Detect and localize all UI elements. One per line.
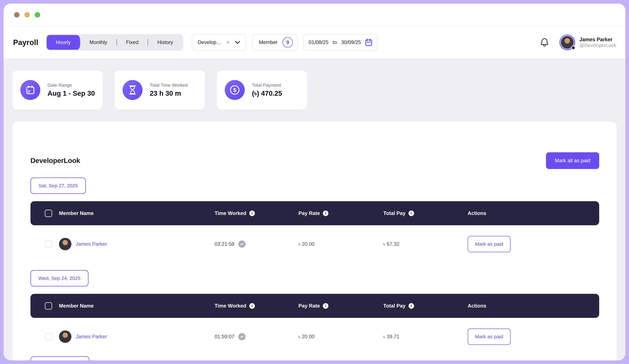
- date-chip-partial[interactable]: [30, 356, 89, 361]
- info-icon[interactable]: i: [249, 211, 255, 216]
- select-all-checkbox[interactable]: [45, 302, 52, 309]
- table-header: Member Name Time Worked i Pay Rate i Tot…: [30, 201, 599, 225]
- date-chip[interactable]: Sat, Sep 27, 2025: [30, 178, 86, 194]
- date-range-start: 01/08/25: [309, 39, 328, 45]
- total-pay-value: ৳ 39.71: [383, 334, 468, 340]
- notifications-bell-icon[interactable]: [540, 38, 549, 47]
- time-worked-value: 01:59:07: [215, 334, 234, 340]
- workspace-title: DeveloperLook: [30, 157, 80, 165]
- column-time-worked: Time Worked i: [215, 303, 299, 309]
- table-row: James Parker 03:21:58 ৳ 20.00 ৳ 67.32 Ma…: [30, 232, 599, 256]
- info-icon[interactable]: i: [409, 303, 414, 309]
- date-range-separator: to: [333, 39, 337, 45]
- tab-monthly[interactable]: Monthly: [80, 35, 117, 50]
- column-actions: Actions: [468, 303, 599, 309]
- date-range-picker[interactable]: 01/08/25 to 30/09/25: [303, 34, 377, 51]
- pay-rate-value: ৳ 20.00: [299, 334, 383, 340]
- app-window: Payroll Hourly Monthly Fixed History Dev…: [3, 3, 626, 361]
- close-window-button[interactable]: [14, 12, 19, 17]
- user-info[interactable]: James Parker @DeveloperLook: [579, 36, 616, 48]
- member-avatar: [59, 330, 71, 343]
- calendar-icon: [20, 80, 40, 100]
- info-icon[interactable]: i: [323, 303, 328, 309]
- column-pay-rate: Pay Rate i: [299, 210, 383, 216]
- workspace-select[interactable]: Develop… ✕: [192, 34, 246, 51]
- member-avatar: [59, 238, 71, 250]
- app-header: Payroll Hourly Monthly Fixed History Dev…: [3, 26, 626, 58]
- total-pay-value: ৳ 67.32: [383, 241, 468, 247]
- column-member-name: Member Name: [59, 303, 215, 309]
- stat-label: Total Payment: [252, 83, 282, 88]
- workspace-select-value: Develop…: [198, 39, 221, 45]
- column-total-pay: Total Pay i: [383, 303, 468, 309]
- table-header: Member Name Time Worked i Pay Rate i Tot…: [30, 294, 599, 318]
- column-total-pay: Total Pay i: [383, 210, 468, 216]
- calendar-icon: [365, 39, 372, 46]
- verified-check-icon: [238, 241, 246, 248]
- mark-as-paid-button[interactable]: Mark as paid: [468, 329, 511, 345]
- stats-row: Date Range Aug 1 - Sep 30 Total Time Wor…: [12, 71, 617, 109]
- mark-all-as-paid-button[interactable]: Mark all as paid: [546, 152, 599, 169]
- member-name-link[interactable]: James Parker: [76, 334, 107, 340]
- minimize-window-button[interactable]: [24, 12, 30, 17]
- stat-value: (৳) 470.25: [252, 90, 282, 97]
- row-checkbox[interactable]: [45, 333, 52, 340]
- member-name-link[interactable]: James Parker: [76, 241, 107, 247]
- user-handle: @DeveloperLook: [579, 43, 616, 48]
- info-icon[interactable]: i: [409, 211, 414, 216]
- dollar-icon: $: [225, 80, 245, 100]
- column-time-worked: Time Worked i: [215, 210, 299, 216]
- stat-card-total-payment: $ Total Payment (৳) 470.25: [217, 71, 307, 109]
- column-member-name: Member Name: [59, 210, 215, 216]
- member-count-badge: 9: [282, 37, 293, 48]
- filter-bar: Develop… ✕ Member 9 01/08/25 to 30/09/25: [192, 34, 377, 51]
- verified-check-icon: [238, 333, 246, 340]
- date-chip[interactable]: Wed, Sep 24, 2025: [30, 270, 88, 286]
- column-actions: Actions: [468, 210, 599, 216]
- select-all-checkbox[interactable]: [45, 210, 52, 217]
- stat-label: Date Range: [47, 83, 95, 88]
- maximize-window-button[interactable]: [35, 12, 40, 17]
- member-filter-label: Member: [259, 39, 278, 45]
- stat-card-date-range: Date Range Aug 1 - Sep 30: [12, 71, 103, 109]
- info-icon[interactable]: i: [249, 303, 255, 309]
- stat-label: Total Time Worked: [150, 83, 187, 88]
- table-row: James Parker 01:59:07 ৳ 20.00 ৳ 39.71 Ma…: [30, 324, 599, 349]
- payroll-card: DeveloperLook Mark all as paid Sat, Sep …: [12, 122, 617, 361]
- row-checkbox[interactable]: [45, 241, 52, 248]
- chevron-down-icon: [235, 41, 240, 44]
- stat-value: Aug 1 - Sep 30: [47, 90, 95, 97]
- time-worked-value: 03:21:58: [215, 241, 234, 247]
- hourglass-icon: [123, 80, 143, 100]
- svg-text:$: $: [233, 87, 236, 93]
- member-filter[interactable]: Member 9: [252, 34, 298, 51]
- page-content: Date Range Aug 1 - Sep 30 Total Time Wor…: [3, 58, 626, 361]
- pay-rate-value: ৳ 20.00: [299, 241, 383, 247]
- info-icon[interactable]: i: [323, 211, 328, 216]
- page-title: Payroll: [13, 38, 38, 47]
- status-dot: [571, 46, 575, 50]
- date-range-end: 30/09/25: [341, 39, 361, 45]
- mark-as-paid-button[interactable]: Mark as paid: [468, 236, 511, 252]
- stat-value: 23 h 30 m: [150, 90, 187, 97]
- user-name: James Parker: [579, 36, 616, 43]
- user-avatar[interactable]: [559, 34, 575, 50]
- stat-card-total-time: Total Time Worked 23 h 30 m: [115, 71, 205, 109]
- clear-workspace-icon[interactable]: ✕: [226, 40, 230, 45]
- tab-history[interactable]: History: [148, 35, 182, 50]
- column-pay-rate: Pay Rate i: [299, 303, 383, 309]
- tab-fixed[interactable]: Fixed: [117, 35, 148, 50]
- window-titlebar: [3, 3, 626, 26]
- payroll-tabs: Hourly Monthly Fixed History: [46, 34, 183, 51]
- tab-hourly[interactable]: Hourly: [47, 35, 80, 50]
